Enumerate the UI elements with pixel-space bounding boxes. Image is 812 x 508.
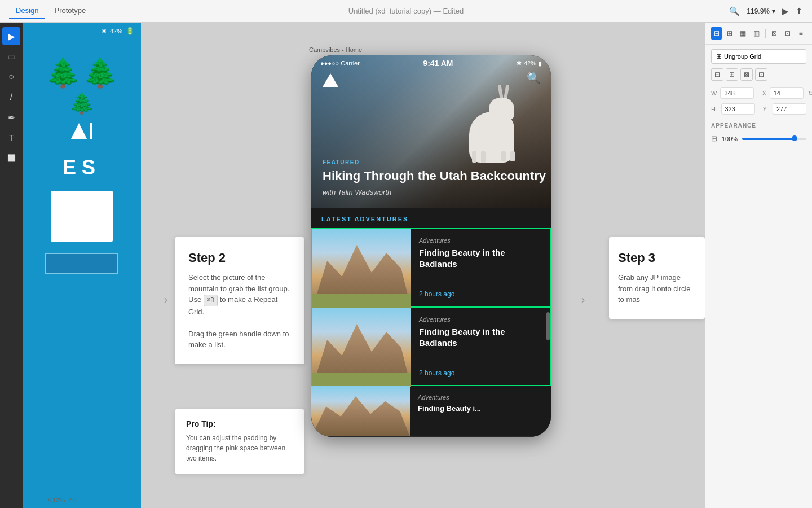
align-left-icon[interactable]: ⊟	[711, 27, 722, 40]
status-time: 9:41 AM	[423, 59, 453, 68]
y-input[interactable]	[773, 103, 806, 115]
grid-icon: ⊞	[716, 52, 722, 60]
toolbar-divider	[765, 29, 766, 38]
tool-ellipse[interactable]: ○	[2, 68, 20, 86]
play-icon[interactable]: ▶	[782, 6, 789, 16]
adv-category-2: Adventures	[419, 316, 542, 323]
canvas-coordinates: X 1225 Y 6	[47, 497, 77, 503]
tool-pen[interactable]: ✒	[2, 108, 20, 126]
tool-text[interactable]: T	[2, 129, 20, 147]
distribute-h-icon[interactable]: ⊠	[769, 27, 780, 40]
carrier-info: ●●●○○ Carrier	[320, 60, 360, 67]
adventure-item-2[interactable]: Adventures Finding Beauty in the Badland…	[311, 307, 551, 386]
white-placeholder-box	[51, 191, 113, 242]
adv-category-1: Adventures	[419, 237, 542, 244]
tool-rectangle[interactable]: ▭	[2, 47, 20, 65]
adventure-list: Adventures Finding Beauty in the Badland…	[311, 228, 551, 437]
nav-arrow-right[interactable]: ›	[575, 291, 591, 307]
bluetooth-status-icon: ✱	[517, 60, 522, 67]
h-label: H	[711, 106, 718, 112]
triangle-logo-icon	[323, 71, 338, 87]
rotate-icon: ↻	[808, 90, 812, 97]
tree-icon-1: 🌲	[46, 56, 81, 89]
share-icon[interactable]: ⬆	[796, 6, 803, 16]
scroll-track[interactable]	[546, 278, 550, 437]
copy-icon[interactable]: ⊟	[711, 68, 723, 81]
keyboard-shortcut: ⌘R	[204, 295, 218, 306]
tab-prototype[interactable]: Prototype	[47, 3, 92, 19]
adventures-section: LATEST ADVENTURES Adventures	[311, 208, 551, 437]
adv-time-2: 2 hours ago	[419, 369, 542, 377]
delete-icon[interactable]: ⊡	[755, 68, 767, 81]
chevron-down-icon: ▾	[772, 7, 775, 15]
opacity-slider[interactable]	[742, 138, 806, 140]
featured-label: FEATURED	[323, 159, 546, 165]
tab-bar: Design Prototype	[9, 3, 92, 19]
step-2-desc: Select the picture of the mountain to gr…	[188, 272, 291, 351]
panel-icon-toolbar: ⊟ ⊞ ▦ ▥ ⊠ ⊡ ≡	[705, 23, 812, 45]
distribute-v-icon[interactable]: ⊡	[782, 27, 793, 40]
align-center-h-icon[interactable]: ⊞	[724, 27, 735, 40]
paste-icon[interactable]: ⊞	[726, 68, 738, 81]
step-3-title: Step 3	[618, 251, 696, 265]
width-property: W X ↻ 0°	[705, 85, 812, 101]
adventure-thumb-2	[312, 308, 411, 387]
left-toolbar: ▶ ▭ ○ / ✒ T ⬜	[0, 23, 23, 508]
badlands-image-3	[311, 386, 410, 437]
step-2-card: Step 2 Select the picture of the mountai…	[175, 237, 304, 364]
align-right-icon[interactable]: ▦	[738, 27, 748, 40]
opacity-handle	[792, 135, 797, 141]
canvas-area[interactable]: Campvibes - Home ✱ 42% 🔋 🌲 🌲 🌲	[23, 23, 705, 508]
step-2-title: Step 2	[188, 251, 291, 265]
document-title: Untitled (xd_tutorial copy) — Edited	[348, 7, 464, 15]
scroll-thumb[interactable]	[546, 312, 550, 340]
featured-text-block: FEATURED Hiking Through the Utah Backcou…	[323, 159, 546, 196]
pine-trees-decoration: 🌲 🌲 🌲	[23, 40, 141, 156]
adventure-item-1[interactable]: Adventures Finding Beauty in the Badland…	[311, 228, 551, 307]
height-property: H Y	[705, 101, 812, 117]
tool-line[interactable]: /	[2, 88, 20, 106]
zoom-control[interactable]: 119.9% ▾	[747, 7, 775, 15]
tree-icon-3: 🌲	[69, 91, 95, 115]
tool-select[interactable]: ▶	[2, 27, 20, 45]
app-logo	[323, 71, 338, 87]
w-input[interactable]	[720, 87, 754, 99]
adv-category-3: Adventures	[418, 394, 543, 401]
adv-title-3: Finding Beauty i...	[418, 404, 543, 414]
artboard-label: Campvibes - Home	[309, 46, 362, 53]
opacity-value: 100%	[722, 135, 738, 142]
nav-arrow-left[interactable]: ›	[158, 291, 174, 307]
tab-design[interactable]: Design	[9, 3, 45, 19]
featured-section: 🔍 FEATURED Hiking Through the Utah Backc…	[311, 55, 551, 208]
x-input[interactable]	[770, 87, 804, 99]
flag-pole	[90, 123, 92, 139]
adventure-item-3[interactable]: Adventures Finding Beauty i...	[311, 386, 551, 437]
bluetooth-icon: ✱	[102, 28, 107, 35]
distribute-space-icon[interactable]: ≡	[796, 27, 806, 40]
ungroup-grid-button[interactable]: ⊞ Ungroup Grid	[711, 49, 806, 64]
adventure-info-2: Adventures Finding Beauty in the Badland…	[411, 308, 550, 385]
pro-tip-card: Pro Tip: You can adjust the padding by d…	[175, 409, 304, 474]
align-v-icon[interactable]: ▥	[751, 27, 761, 40]
tree-icon-2: 🌲	[83, 56, 118, 89]
opacity-grid-icon: ⊞	[711, 134, 717, 143]
h-input[interactable]	[721, 103, 755, 115]
paste-special-icon[interactable]: ⊠	[740, 68, 753, 81]
y-label: Y	[763, 106, 770, 112]
tool-artboard[interactable]: ⬜	[2, 149, 20, 167]
adventure-info-3: Adventures Finding Beauty i...	[410, 386, 551, 436]
main-area: ▶ ▭ ○ / ✒ T ⬜ Campvibes - Home ✱ 42% 🔋 🌲…	[0, 23, 812, 508]
pro-tip-title: Pro Tip:	[186, 419, 293, 428]
phone-search-icon[interactable]: 🔍	[527, 71, 541, 85]
badlands-image-1	[312, 229, 411, 308]
phone-status-bar: ●●●○○ Carrier 9:41 AM ✱ 42% ▮	[311, 55, 551, 71]
featured-title: Hiking Through the Utah Backcountry	[323, 169, 546, 183]
opacity-row: ⊞ 100%	[705, 131, 812, 146]
pro-tip-desc: You can adjust the padding by dragging t…	[186, 433, 293, 463]
tent-icon	[71, 123, 87, 139]
x-label: X	[762, 90, 766, 97]
ungroup-label: Ungroup Grid	[724, 53, 761, 60]
search-icon[interactable]: 🔍	[729, 6, 740, 16]
appearance-section-label: APPEARANCE	[705, 117, 812, 131]
goat-image	[461, 61, 534, 163]
